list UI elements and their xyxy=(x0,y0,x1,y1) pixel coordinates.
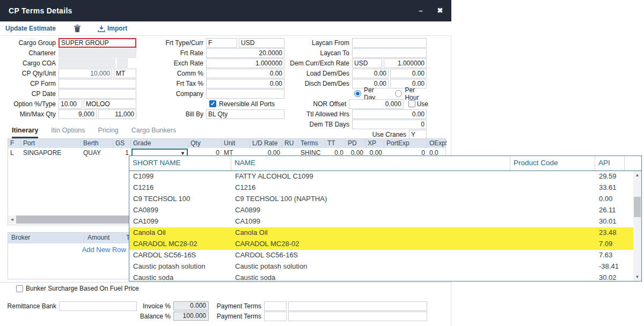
remittance-bank-field[interactable] xyxy=(59,301,137,311)
bill-by-label: Bill By xyxy=(140,110,206,118)
reversible-all-ports-label: Reversible All Ports xyxy=(219,100,275,108)
grade-dropdown-list: C1099FATTY ALCOHOL C109929.59 C1216C1216… xyxy=(129,171,633,281)
option-pct-field[interactable]: 10.00 xyxy=(58,99,82,109)
cargo-coa-field xyxy=(58,58,115,68)
scrollbar-thumb[interactable] xyxy=(634,197,641,217)
use-cranes-label: Use Cranes xyxy=(268,131,409,138)
ttl-allowed-hrs-field[interactable]: 0.00 xyxy=(352,109,427,119)
nor-offset-use-checkbox[interactable] xyxy=(408,100,415,107)
form-column-middle: Frt Type/CurrFUSD Frt Rate20.0000 Exch R… xyxy=(140,38,287,119)
grade-option[interactable]: CARADOL MC28-02CARADOL MC28-027.09 xyxy=(129,239,633,250)
use-cranes-field[interactable]: Y xyxy=(409,130,427,139)
cp-qty-unit-label: CP Qty/Unit xyxy=(0,70,58,77)
balance-pct-label: Balance % xyxy=(129,313,173,320)
cargo-coa-lookup-button[interactable] xyxy=(117,58,128,68)
scroll-up-icon[interactable]: ▲ xyxy=(633,171,641,179)
import-button[interactable]: Import xyxy=(98,25,127,32)
import-icon xyxy=(98,25,105,32)
bunker-surcharge-label: Bunker Surcharge Based On Fuel Price xyxy=(26,285,139,292)
scroll-down-icon[interactable]: ▼ xyxy=(633,273,641,281)
cargo-group-label: Cargo Group xyxy=(0,39,58,47)
laycan-from-field[interactable] xyxy=(352,38,427,48)
remittance-bank-label: Remittance Bank xyxy=(0,302,59,310)
scroll-left-icon[interactable]: ◄ xyxy=(8,216,16,224)
cp-qty-field[interactable]: 10,000 xyxy=(58,69,112,78)
frt-rate-label: Frt Rate xyxy=(140,49,206,57)
load-dem-field[interactable]: 0.00 xyxy=(352,69,389,78)
reversible-all-ports-checkbox[interactable] xyxy=(209,100,216,107)
dem-exch-rate-field[interactable]: 1.000000 xyxy=(384,58,427,68)
grade-option[interactable]: Canola OilCanola Oil23.48 xyxy=(129,227,633,239)
tab-itinerary[interactable]: Itinerary xyxy=(12,127,38,138)
per-day-radio[interactable] xyxy=(354,90,361,97)
invoice-pct-label: Invoice % xyxy=(129,302,173,310)
invoice-pct-field: 0.000 xyxy=(173,301,209,310)
option-type-field[interactable]: MOLOO xyxy=(84,99,136,109)
cp-date-field[interactable] xyxy=(58,89,136,99)
cargo-group-field[interactable]: SUPER GROUP xyxy=(58,38,136,48)
form-column-right: Laycan From Laycan To Dem Curr/Exch Rate… xyxy=(268,38,428,139)
min-qty-field[interactable]: 9,000 xyxy=(58,109,97,119)
cp-unit-field[interactable]: MT xyxy=(114,69,136,78)
itinerary-header: F Port Berth GS Grade Qty Unit L/D Rate … xyxy=(8,138,445,148)
grade-option[interactable]: C9 TECHSOL 100C9 TECHSOL 100 (NAPTHA)0.0… xyxy=(129,194,633,205)
payment-terms-1-field[interactable] xyxy=(288,301,427,311)
dem-tb-days-field[interactable]: 0 xyxy=(352,120,427,129)
tab-cargo-bunkers[interactable]: Cargo Bunkers xyxy=(131,127,176,138)
delete-icon[interactable] xyxy=(74,25,80,34)
tab-itin-options[interactable]: Itin Options xyxy=(51,127,85,138)
tab-bar: Itinerary Itin Options Pricing Cargo Bun… xyxy=(12,127,176,138)
cargo-coa-label: Cargo COA xyxy=(0,60,58,67)
title-bar: CP Terms Details – ✖ xyxy=(0,0,451,21)
dem-curr-field[interactable]: USD xyxy=(352,58,382,68)
update-estimate-button[interactable]: Update Estimate xyxy=(5,25,56,32)
load-dem-des-label: Load Dem/Des xyxy=(268,70,352,77)
frt-type-field[interactable]: F xyxy=(206,38,237,48)
per-hour-label: Per Hour xyxy=(405,86,428,101)
charterer-field xyxy=(58,48,136,58)
close-button[interactable]: ✖ xyxy=(434,5,446,16)
bunker-surcharge-checkbox[interactable] xyxy=(16,285,23,292)
footer-divider xyxy=(0,282,451,283)
comm-pct-label: Comm % xyxy=(140,70,206,77)
cp-date-label: CP Date xyxy=(0,90,58,98)
grade-option[interactable]: Caustic sodaCaustic soda30.02 xyxy=(129,272,633,281)
broker-header: Broker Amount T xyxy=(8,233,130,243)
nor-offset-field[interactable]: 0.000 xyxy=(349,99,403,109)
payment-terms-1-code-field[interactable] xyxy=(264,301,287,311)
tab-pricing[interactable]: Pricing xyxy=(98,127,119,138)
payment-terms-2-field[interactable] xyxy=(288,312,427,321)
minimize-button[interactable]: – xyxy=(415,5,427,16)
laycan-to-label: Laycan To xyxy=(268,49,352,57)
option-pct-type-label: Option %/Type xyxy=(0,100,58,108)
grade-dropdown: SHORT NAME NAME Product Code API C1099FA… xyxy=(129,155,642,281)
frt-tax-pct-label: Frt Tax % xyxy=(140,80,206,87)
per-hour-radio[interactable] xyxy=(395,90,402,97)
grade-option[interactable]: CA1099CA109930.01 xyxy=(129,216,633,227)
window-title: CP Terms Details xyxy=(9,6,72,15)
disch-dem-des-label: Disch Dem/Des xyxy=(268,80,352,87)
broker-panel: Broker Amount T Add New Row xyxy=(8,232,131,279)
grade-dropdown-scrollbar[interactable]: ▲ ▼ xyxy=(633,171,641,281)
toolbar: Update Estimate Import xyxy=(0,21,451,36)
bunker-surcharge-row: Bunker Surcharge Based On Fuel Price xyxy=(16,285,139,292)
cp-form-field[interactable] xyxy=(58,79,136,88)
balance-pct-field: 100.000 xyxy=(173,312,209,321)
nor-offset-label: NOR Offset xyxy=(268,100,349,108)
ttl-allowed-hrs-label: Ttl Allowed Hrs xyxy=(268,110,352,118)
add-new-row-link[interactable]: Add New Row xyxy=(8,243,130,254)
payment-terms-2-code-field[interactable] xyxy=(264,312,287,321)
payment-terms-1-label: Payment Terms xyxy=(215,302,264,310)
grade-option[interactable]: C1216C121633.61 xyxy=(129,182,633,194)
payment-terms-2-label: Payment Terms xyxy=(215,313,264,320)
grade-option[interactable]: CARDOL SC56-16SCARDOL SC56-16S7.63 xyxy=(129,250,633,261)
max-qty-field[interactable]: 11,000 xyxy=(98,109,136,119)
frt-type-curr-label: Frt Type/Curr xyxy=(140,39,206,47)
dem-tb-days-label: Dem TB Days xyxy=(268,121,352,128)
grade-option[interactable]: Caustic potash solutionCaustic potash so… xyxy=(129,261,633,272)
laycan-to-field[interactable] xyxy=(352,48,427,58)
grade-option[interactable]: C1099FATTY ALCOHOL C109929.59 xyxy=(129,171,633,182)
load-des-field[interactable]: 0.00 xyxy=(390,69,427,78)
grade-option[interactable]: CA0899CA089926.11 xyxy=(129,205,633,216)
grade-dropdown-header: SHORT NAME NAME Product Code API xyxy=(129,156,641,171)
